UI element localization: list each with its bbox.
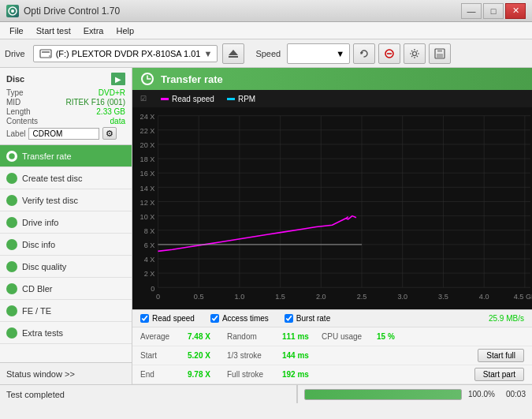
checkbox-access-times: Access times [210, 314, 269, 323]
start-value: 5.20 X [188, 351, 227, 360]
read-speed-checkbox-label: Read speed [152, 314, 195, 323]
disc-contents-row: Contents data [6, 117, 125, 125]
disc-length-value: 2.33 GB [96, 107, 125, 116]
start-full-button[interactable]: Start full [478, 349, 524, 362]
checkboxes-row: Read speed Access times Burst rate 25.9 … [132, 309, 532, 327]
sidebar-item-fe-te[interactable]: FE / TE [0, 300, 132, 322]
svg-point-4 [48, 54, 50, 56]
sidebar-item-label-fe-te: FE / TE [22, 306, 51, 316]
end-label: End [140, 370, 188, 379]
disc-quality-icon [6, 261, 17, 272]
svg-rect-12 [437, 49, 442, 52]
sidebar-item-cd-bler[interactable]: CD Bler [0, 278, 132, 300]
save-button[interactable] [429, 43, 451, 64]
titlebar-left: Opti Drive Control 1.70 [6, 5, 120, 17]
sidebar-nav: Transfer rate Create test disc Verify te… [0, 145, 132, 362]
random-value: 111 ms [282, 332, 322, 341]
legend-rpm: RPM [227, 95, 255, 103]
menu-help[interactable]: Help [110, 24, 140, 37]
drive-select[interactable]: (F:) PLEXTOR DVDR PX-810SA 1.01 ▼ [33, 45, 218, 62]
start-part-button[interactable]: Start part [474, 368, 524, 381]
drive-icon [39, 47, 53, 60]
graph-title: Transfer rate [161, 73, 223, 85]
drive-label: Drive [5, 49, 25, 58]
maximize-button[interactable]: □ [483, 3, 504, 19]
sidebar-item-drive-info[interactable]: Drive info [0, 211, 132, 234]
cpu-usage-label: CPU usage [322, 332, 377, 341]
extra-tests-icon [6, 327, 17, 339]
svg-point-17 [9, 219, 15, 226]
stats-area: Average 7.48 X Random 111 ms CPU usage 1… [132, 327, 532, 384]
sidebar-item-label-extra-tests: Extra tests [22, 328, 63, 338]
app-icon [6, 5, 19, 17]
sidebar-item-label-disc-quality: Disc quality [22, 262, 66, 271]
sidebar-item-create-test-disc[interactable]: Create test disc [0, 167, 132, 189]
svg-text:3.0: 3.0 [397, 293, 407, 301]
settings-button[interactable] [404, 43, 426, 64]
erase-button[interactable] [378, 43, 400, 64]
elapsed-time: 00:03 [506, 390, 526, 398]
disc-mid-value: RITEK F16 (001) [65, 98, 125, 107]
disc-panel: Disc ▶ Type DVD+R MID RITEK F16 (001) Le… [0, 68, 132, 145]
disc-label-label: Label [6, 129, 25, 138]
status-window-button[interactable]: Status window >> [0, 362, 132, 384]
disc-title: Disc [6, 74, 24, 84]
burst-rate-checkbox[interactable] [285, 314, 293, 323]
svg-text:24 X: 24 X [140, 113, 155, 121]
svg-text:6 X: 6 X [144, 241, 155, 249]
svg-text:14 X: 14 X [140, 184, 155, 192]
close-button[interactable]: ✕ [505, 3, 526, 19]
disc-info-icon [6, 239, 17, 250]
window-controls: — □ ✕ [461, 3, 526, 19]
stats-row-average: Average 7.48 X Random 111 ms CPU usage 1… [132, 327, 532, 346]
sidebar-item-label-transfer-rate: Transfer rate [22, 152, 72, 161]
svg-rect-13 [437, 54, 443, 58]
disc-header: Disc ▶ [6, 73, 125, 85]
svg-text:2.5: 2.5 [357, 293, 367, 301]
sidebar-item-disc-info[interactable]: Disc info [0, 234, 132, 256]
access-times-checkbox[interactable] [210, 314, 219, 323]
menu-extra[interactable]: Extra [77, 24, 110, 37]
refresh-button[interactable] [353, 43, 375, 64]
speed-select[interactable]: ▼ [287, 43, 350, 64]
svg-text:1.5: 1.5 [275, 293, 285, 301]
sidebar-item-extra-tests[interactable]: Extra tests [0, 322, 132, 344]
sidebar: Disc ▶ Type DVD+R MID RITEK F16 (001) Le… [0, 68, 132, 384]
eject-button[interactable] [222, 43, 244, 64]
disc-arrow-button[interactable]: ▶ [111, 73, 125, 85]
end-value: 9.78 X [188, 370, 227, 379]
svg-text:16 X: 16 X [140, 170, 155, 178]
svg-text:20 X: 20 X [140, 141, 155, 149]
burst-rate-value: 25.9 MB/s [489, 314, 524, 323]
svg-point-10 [413, 51, 417, 55]
progress-bar-wrap [304, 389, 462, 400]
drive-value: (F:) PLEXTOR DVDR PX-810SA 1.01 [56, 49, 201, 58]
legend-rpm-dot [227, 98, 235, 100]
disc-label-input[interactable] [28, 128, 99, 140]
svg-text:4.0: 4.0 [479, 293, 489, 301]
label-gear-button[interactable]: ⚙ [102, 127, 117, 140]
statusbar: Test completed 100.0% 00:03 [0, 384, 532, 403]
verify-test-disc-icon [6, 195, 17, 206]
svg-rect-24 [132, 107, 532, 309]
sidebar-item-disc-quality[interactable]: Disc quality [0, 256, 132, 278]
menu-file[interactable]: File [3, 24, 30, 37]
sidebar-item-label-cd-bler: CD Bler [22, 284, 53, 294]
svg-point-15 [9, 175, 15, 181]
svg-text:18 X: 18 X [140, 155, 155, 163]
sidebar-item-label-disc-info: Disc info [22, 240, 55, 249]
svg-text:3.5: 3.5 [438, 293, 448, 301]
sidebar-item-verify-test-disc[interactable]: Verify test disc [0, 189, 132, 211]
full-stroke-value: 192 ms [282, 370, 322, 379]
read-speed-checkbox[interactable] [140, 314, 149, 323]
disc-length-label: Length [6, 107, 31, 116]
minimize-button[interactable]: — [461, 3, 482, 19]
cd-bler-icon [6, 283, 17, 294]
svg-point-20 [9, 286, 15, 292]
svg-point-16 [9, 197, 15, 204]
svg-text:10 X: 10 X [140, 213, 155, 221]
disc-label-row: Label ⚙ [6, 127, 125, 140]
menu-start-test[interactable]: Start test [30, 24, 77, 37]
sidebar-item-transfer-rate[interactable]: Transfer rate [0, 145, 132, 167]
svg-text:8 X: 8 X [144, 227, 155, 235]
